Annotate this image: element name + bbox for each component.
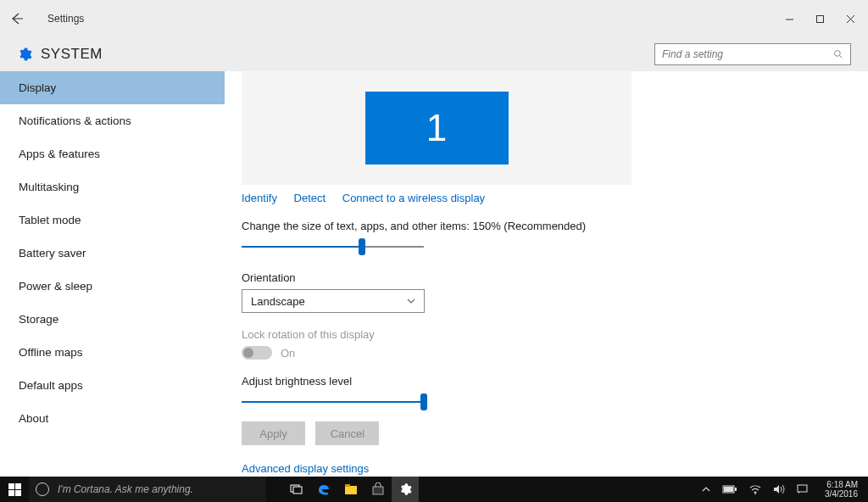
svg-rect-8 <box>373 487 383 494</box>
header: SYSTEM <box>0 37 868 71</box>
scale-label: Change the size of text, apps, and other… <box>242 220 860 232</box>
sidebar-item-multitasking[interactable]: Multitasking <box>0 170 225 204</box>
search-input[interactable] <box>662 48 833 60</box>
file-explorer-icon[interactable] <box>337 477 364 502</box>
window-controls <box>785 14 858 24</box>
windows-logo-icon <box>8 483 21 496</box>
svg-rect-5 <box>293 487 302 494</box>
monitor-tile-1[interactable]: 1 <box>365 92 509 165</box>
titlebar: Settings <box>0 0 868 37</box>
sidebar: Display Notifications & actions Apps & f… <box>0 71 225 477</box>
battery-icon[interactable] <box>722 485 737 494</box>
orientation-dropdown[interactable]: Landscape <box>242 289 425 313</box>
lock-rotation-label: Lock rotation of this display <box>242 328 860 341</box>
search-icon <box>833 49 843 59</box>
lock-rotation-state: On <box>281 347 295 360</box>
sidebar-item-label: Storage <box>19 313 58 326</box>
sidebar-item-label: Offline maps <box>19 346 83 359</box>
taskbar-apps <box>283 477 419 502</box>
clock-date: 3/4/2016 <box>825 489 858 499</box>
sidebar-item-label: Power & sleep <box>19 280 92 293</box>
content: 1 Identify Detect Connect to a wireless … <box>225 71 868 477</box>
task-view-button[interactable] <box>283 477 310 502</box>
sidebar-item-storage[interactable]: Storage <box>0 303 225 336</box>
action-center-icon[interactable] <box>797 484 808 494</box>
back-button[interactable] <box>10 12 36 25</box>
identify-link[interactable]: Identify <box>242 192 277 204</box>
wifi-icon[interactable] <box>749 484 761 494</box>
lock-rotation-toggle <box>242 346 272 360</box>
apply-button: Apply <box>242 421 305 445</box>
app-title: Settings <box>47 13 84 25</box>
sidebar-item-label: About <box>19 412 48 425</box>
sidebar-item-label: Battery saver <box>19 247 86 259</box>
monitor-number: 1 <box>426 107 447 149</box>
sidebar-item-power-sleep[interactable]: Power & sleep <box>0 270 225 303</box>
svg-rect-6 <box>345 486 357 494</box>
brightness-label: Adjust brightness level <box>242 375 860 388</box>
sidebar-item-battery-saver[interactable]: Battery saver <box>0 237 225 270</box>
sidebar-item-label: Tablet mode <box>19 214 81 226</box>
cortana-search[interactable]: I'm Cortana. Ask me anything. <box>29 477 266 502</box>
svg-point-2 <box>835 50 841 56</box>
sidebar-item-offline-maps[interactable]: Offline maps <box>0 336 225 369</box>
sidebar-item-label: Apps & features <box>19 148 100 160</box>
settings-taskbar-icon[interactable] <box>392 477 419 502</box>
sidebar-item-label: Notifications & actions <box>19 114 131 127</box>
advanced-display-settings-link[interactable]: Advanced display settings <box>242 462 369 475</box>
cancel-button: Cancel <box>315 421 379 445</box>
svg-rect-11 <box>735 488 737 491</box>
volume-icon[interactable] <box>773 484 785 494</box>
sidebar-item-apps-features[interactable]: Apps & features <box>0 137 225 170</box>
clock-time: 6:18 AM <box>825 480 858 489</box>
store-icon[interactable] <box>364 477 392 502</box>
start-button[interactable] <box>0 477 29 502</box>
taskbar-clock[interactable]: 6:18 AM 3/4/2016 <box>820 480 863 499</box>
svg-rect-13 <box>798 485 807 492</box>
display-actions-row: Identify Detect Connect to a wireless di… <box>242 192 860 204</box>
orientation-value: Landscape <box>251 295 305 308</box>
detect-link[interactable]: Detect <box>294 192 326 204</box>
sidebar-item-label: Multitasking <box>19 181 79 193</box>
taskbar: I'm Cortana. Ask me anything. <box>0 477 868 502</box>
sidebar-item-display[interactable]: Display <box>0 71 225 104</box>
svg-line-3 <box>840 55 843 58</box>
close-button[interactable] <box>846 14 858 24</box>
gear-icon <box>17 47 32 62</box>
svg-rect-7 <box>345 484 350 487</box>
page-title: SYSTEM <box>41 46 103 63</box>
orientation-label: Orientation <box>242 271 860 284</box>
sidebar-item-label: Display <box>19 81 56 94</box>
edge-icon[interactable] <box>310 477 337 502</box>
sidebar-item-notifications[interactable]: Notifications & actions <box>0 104 225 137</box>
svg-rect-10 <box>724 487 733 492</box>
maximize-button[interactable] <box>815 14 827 24</box>
brightness-slider[interactable] <box>242 393 424 411</box>
svg-rect-1 <box>817 15 824 22</box>
sidebar-item-label: Default apps <box>19 379 83 392</box>
minimize-button[interactable] <box>785 14 797 24</box>
sidebar-item-default-apps[interactable]: Default apps <box>0 369 225 402</box>
chevron-down-icon <box>407 298 415 304</box>
connect-wireless-display-link[interactable]: Connect to a wireless display <box>342 192 485 204</box>
monitor-preview-area[interactable]: 1 <box>242 71 632 185</box>
svg-point-12 <box>754 493 756 494</box>
scale-slider[interactable] <box>242 237 424 256</box>
cortana-circle-icon <box>36 482 49 496</box>
search-box[interactable] <box>654 43 851 65</box>
cortana-placeholder: I'm Cortana. Ask me anything. <box>58 483 193 495</box>
tray-chevron-up-icon[interactable] <box>702 487 710 492</box>
system-tray: 6:18 AM 3/4/2016 <box>702 480 868 499</box>
sidebar-item-tablet-mode[interactable]: Tablet mode <box>0 204 225 237</box>
sidebar-item-about[interactable]: About <box>0 402 225 435</box>
